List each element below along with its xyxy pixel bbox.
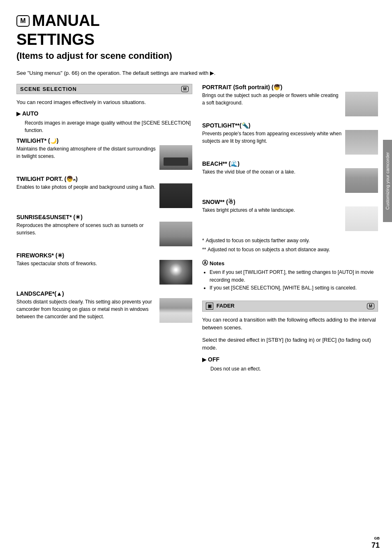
landscape-desc: Shoots distant subjects clearly. This se… <box>16 298 156 320</box>
portrait-item: PORTRAIT (Soft portrait) (👦⃛) Brings out… <box>202 84 378 116</box>
scene-selection-header: SCENE SELECTION M <box>16 84 192 94</box>
scene-selection-badge: M <box>181 86 189 92</box>
fader-off-desc: Does not use an effect. <box>210 365 378 373</box>
title-section: M MANUAL SETTINGS (Items to adjust for s… <box>16 12 378 62</box>
twilight-title: TWILIGHT* (🌙) <box>16 137 192 144</box>
scene-selection-title: SCENE SELECTION <box>20 86 77 92</box>
left-column: SCENE SELECTION M You can record images … <box>16 84 192 376</box>
spotlight-desc: Prevents people's faces from appearing e… <box>202 130 342 145</box>
portrait-title: PORTRAIT (Soft portrait) (👦⃛) <box>202 84 378 90</box>
sunrise-item: SUNRISE&SUNSET* (☀) Reproduces the atmos… <box>16 214 192 246</box>
snow-item: SNOW** (☃) Takes bright pictures of a wh… <box>202 199 378 231</box>
fader-off-title: OFF <box>208 356 219 363</box>
fireworks-item: FIREWORKS* (✳) Takes spectacular shots o… <box>16 252 192 285</box>
right-column: PORTRAIT (Soft portrait) (👦⃛) Brings out… <box>202 84 378 376</box>
beach-item: BEACH** (🌊) Takes the vivid blue of the … <box>202 160 378 193</box>
m-icon: M <box>16 15 30 27</box>
footnote-text-2: Adjusted not to focus on subjects a shor… <box>208 246 330 254</box>
fader-badge: M <box>367 303 374 309</box>
beach-title: BEACH** (🌊) <box>202 160 378 167</box>
footnote-text-1: Adjusted to focus on subjects farther aw… <box>206 237 310 245</box>
footnote-marker-2: ** <box>202 246 206 254</box>
notes-label: Notes <box>210 260 224 266</box>
twilight-image <box>159 145 192 170</box>
sunrise-title: SUNRISE&SUNSET* (☀) <box>16 214 192 220</box>
title-settings: SETTINGS <box>16 31 378 49</box>
fireworks-image <box>159 260 192 285</box>
scene-selection-desc: You can record images effectively in var… <box>16 98 192 107</box>
title-manual: MANUAL <box>32 12 100 30</box>
snow-row: Takes bright pictures of a white landsca… <box>202 206 378 231</box>
twilight-port-row: Enables to take photos of people and bac… <box>16 183 192 208</box>
footnote-marker-1: * <box>202 237 204 245</box>
beach-desc: Takes the vivid blue of the ocean or a l… <box>202 168 342 176</box>
landscape-item: LANDSCAPE*(▲) Shoots distant subjects cl… <box>16 290 192 323</box>
fader-header: ▣ FADER M <box>202 301 378 312</box>
beach-row: Takes the vivid blue of the ocean or a l… <box>202 168 378 193</box>
portrait-row: Brings out the subject such as people or… <box>202 92 378 116</box>
fader-icon: ▣ <box>206 303 213 310</box>
spotlight-row: Prevents people's faces from appearing e… <box>202 130 378 155</box>
landscape-row: Shoots distant subjects clearly. This se… <box>16 298 192 323</box>
fader-section: ▣ FADER M You can record a transition wi… <box>202 301 378 373</box>
landscape-image <box>159 298 192 323</box>
notes-list: Even if you set [TWILIGHT PORT.], the se… <box>210 269 378 292</box>
notes-title: Ⓐ Notes <box>202 259 378 267</box>
twilight-port-image <box>159 183 192 208</box>
two-col-layout: SCENE SELECTION M You can record images … <box>16 84 378 376</box>
main-content: M MANUAL SETTINGS (Items to adjust for s… <box>16 12 378 546</box>
twilight-desc: Maintains the darkening atmosphere of th… <box>16 145 156 160</box>
landscape-title: LANDSCAPE*(▲) <box>16 290 192 297</box>
fireworks-title: FIREWORKS* (✳) <box>16 252 192 259</box>
page-number-block: GB 71 <box>371 536 380 550</box>
spotlight-item: SPOTLIGHT**(🔦) Prevents people's faces f… <box>202 122 378 155</box>
twilight-port-item: TWILIGHT PORT. (👦ₙ) Enables to take phot… <box>16 176 192 208</box>
fader-title: ▣ FADER <box>206 303 235 310</box>
title-subtitle: (Items to adjust for scene condition) <box>16 50 378 62</box>
fader-off-arrow: ▶ <box>202 357 206 363</box>
side-tab: Customizing your camcorder <box>383 140 392 222</box>
note-item-2: If you set [SCENE SELECTION], [WHITE BAL… <box>210 284 378 292</box>
twilight-item: TWILIGHT* (🌙) Maintains the darkening at… <box>16 137 192 170</box>
fader-off-item: ▶ OFF <box>202 356 378 363</box>
fader-label: FADER <box>217 303 235 309</box>
page-number: 71 <box>371 541 380 549</box>
fireworks-desc: Takes spectacular shots of fireworks. <box>16 260 156 267</box>
footnote-single: * Adjusted to focus on subjects farther … <box>202 237 378 245</box>
auto-title: AUTO <box>22 110 38 117</box>
intro-text: See "Using menus" (p. 66) on the operati… <box>16 69 378 77</box>
sunrise-image <box>159 222 192 246</box>
auto-desc: Records images in average image quality … <box>25 119 192 134</box>
portrait-image <box>345 92 378 116</box>
auto-item: ▶ AUTO <box>16 110 192 117</box>
snow-image <box>345 206 378 231</box>
auto-arrow: ▶ <box>16 111 21 117</box>
note-item-1: Even if you set [TWILIGHT PORT.], the se… <box>210 269 378 284</box>
fader-desc1: You can record a transition with the fol… <box>202 316 378 332</box>
portrait-desc: Brings out the subject such as people or… <box>202 92 342 107</box>
fader-desc2: Select the desired effect in [STBY] (to … <box>202 336 378 352</box>
twilight-row: Maintains the darkening atmosphere of th… <box>16 145 192 170</box>
fireworks-row: Takes spectacular shots of fireworks. <box>16 260 192 285</box>
snow-desc: Takes bright pictures of a white landsca… <box>202 206 342 214</box>
spotlight-image <box>345 130 378 155</box>
sunrise-row: Reproduces the atmosphere of scenes such… <box>16 222 192 246</box>
spotlight-title: SPOTLIGHT**(🔦) <box>202 122 378 129</box>
footnotes: * Adjusted to focus on subjects farther … <box>202 237 378 254</box>
page-gb-label: GB <box>371 536 380 540</box>
page-container: M MANUAL SETTINGS (Items to adjust for s… <box>0 0 392 558</box>
twilight-port-title: TWILIGHT PORT. (👦ₙ) <box>16 176 192 182</box>
footnote-double: ** Adjusted not to focus on subjects a s… <box>202 246 378 254</box>
beach-image <box>345 168 378 193</box>
notes-section: Ⓐ Notes Even if you set [TWILIGHT PORT.]… <box>202 259 378 292</box>
twilight-port-desc: Enables to take photos of people and bac… <box>16 183 156 191</box>
snow-title: SNOW** (☃) <box>202 199 378 205</box>
notes-icon: Ⓐ <box>202 259 208 267</box>
sunrise-desc: Reproduces the atmosphere of scenes such… <box>16 222 156 236</box>
